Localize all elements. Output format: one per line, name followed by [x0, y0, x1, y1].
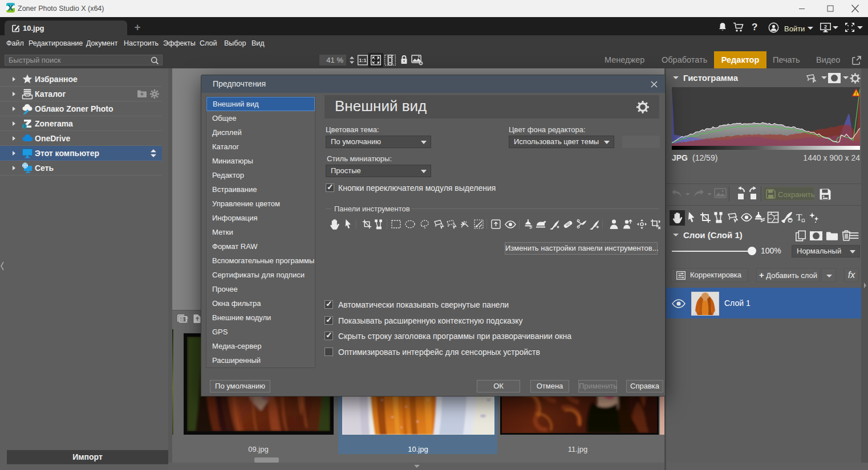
svg-text:2: 2 [824, 24, 827, 30]
svg-text:Ω: Ω [801, 218, 805, 223]
svg-text:Z: Z [185, 319, 188, 323]
svg-text:1:1: 1:1 [359, 58, 366, 63]
svg-text:!: ! [855, 91, 857, 96]
